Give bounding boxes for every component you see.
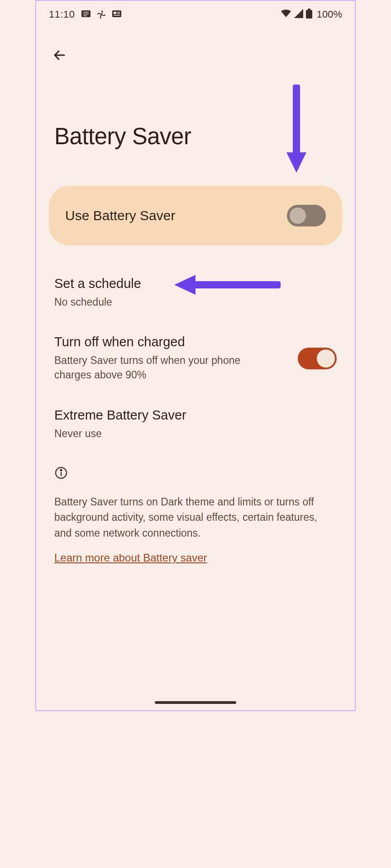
extreme-subtitle: Never use (54, 426, 337, 441)
schedule-subtitle: No schedule (54, 295, 337, 309)
battery-percent: 100% (317, 9, 342, 20)
turn-off-charged-subtitle: Battery Saver turns off when your phone … (54, 353, 280, 382)
wifi-icon (281, 9, 291, 20)
nav-handle[interactable] (155, 701, 236, 704)
info-section: Battery Saver turns on Dark theme and li… (36, 453, 355, 577)
message-icon (81, 10, 91, 19)
status-left: 11:10 (49, 9, 121, 20)
arrow-left-icon (52, 48, 67, 62)
signal-icon (294, 9, 303, 20)
turn-off-charged-title: Turn off when charged (54, 335, 280, 349)
svg-rect-4 (308, 9, 310, 10)
page-title: Battery Saver (54, 123, 355, 150)
extreme-title: Extreme Battery Saver (54, 408, 337, 423)
use-battery-saver-label: Use Battery Saver (65, 208, 175, 223)
status-bar: 11:10 100% (36, 1, 355, 26)
svg-point-6 (61, 469, 62, 471)
info-text: Battery Saver turns on Dark theme and li… (54, 494, 337, 541)
schedule-setting[interactable]: Set a schedule No schedule (36, 264, 355, 322)
svg-rect-2 (114, 12, 116, 14)
fan-icon (97, 10, 106, 19)
status-right: 100% (281, 9, 342, 20)
svg-rect-3 (306, 10, 312, 19)
schedule-title: Set a schedule (54, 276, 337, 291)
extreme-setting[interactable]: Extreme Battery Saver Never use (36, 395, 355, 453)
learn-more-link[interactable]: Learn more about Battery saver (54, 552, 207, 564)
use-battery-saver-row[interactable]: Use Battery Saver (49, 186, 342, 245)
turn-off-charged-setting[interactable]: Turn off when charged Battery Saver turn… (36, 322, 355, 395)
info-icon (54, 466, 337, 481)
status-time: 11:10 (49, 9, 75, 20)
back-button[interactable] (51, 46, 69, 64)
turn-off-charged-toggle[interactable] (298, 348, 337, 369)
use-battery-saver-toggle[interactable] (287, 205, 326, 226)
battery-icon (306, 9, 312, 20)
news-icon (112, 10, 121, 19)
